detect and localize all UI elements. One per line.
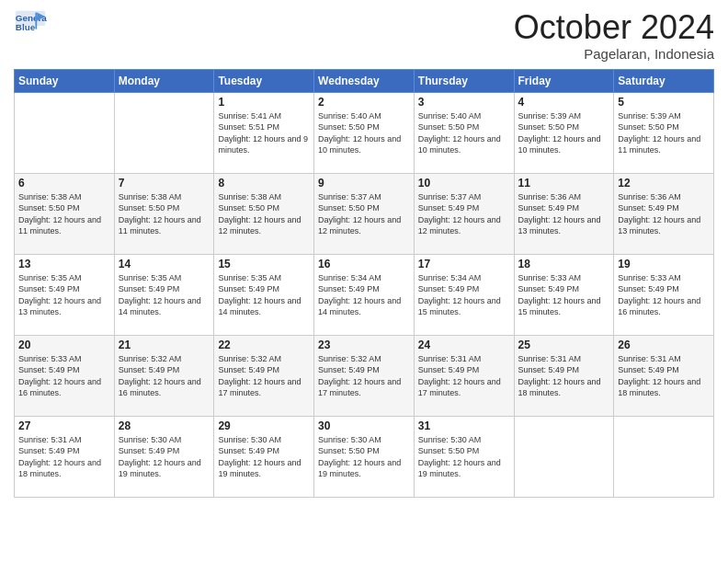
day-number: 22 (218, 339, 310, 351)
svg-text:Blue: Blue (16, 22, 36, 32)
weekday-wednesday: Wednesday (314, 69, 415, 92)
day-number: 4 (518, 96, 610, 109)
calendar: SundayMondayTuesdayWednesdayThursdayFrid… (14, 69, 714, 498)
day-info: Sunrise: 5:32 AMSunset: 5:49 PMDaylight:… (119, 353, 210, 399)
day-cell: 20Sunrise: 5:33 AMSunset: 5:49 PMDayligh… (15, 335, 115, 416)
day-cell: 17Sunrise: 5:34 AMSunset: 5:49 PMDayligh… (414, 254, 514, 335)
day-info: Sunrise: 5:32 AMSunset: 5:49 PMDaylight:… (218, 353, 310, 399)
month-title: October 2024 (514, 9, 714, 46)
day-cell: 7Sunrise: 5:38 AMSunset: 5:50 PMDaylight… (114, 173, 214, 254)
day-info: Sunrise: 5:34 AMSunset: 5:49 PMDaylight:… (418, 272, 510, 318)
day-info: Sunrise: 5:30 AMSunset: 5:49 PMDaylight:… (218, 434, 310, 480)
day-info: Sunrise: 5:33 AMSunset: 5:49 PMDaylight:… (518, 272, 610, 318)
weekday-friday: Friday (514, 69, 614, 92)
header: General Blue October 2024 Pagelaran, Ind… (14, 9, 714, 62)
day-number: 20 (18, 339, 110, 351)
day-number: 24 (418, 339, 510, 351)
day-number: 19 (618, 258, 710, 270)
day-cell: 23Sunrise: 5:32 AMSunset: 5:49 PMDayligh… (314, 335, 415, 416)
weekday-row: SundayMondayTuesdayWednesdayThursdayFrid… (15, 69, 714, 92)
day-cell: 30Sunrise: 5:30 AMSunset: 5:50 PMDayligh… (314, 416, 415, 497)
day-cell (614, 416, 714, 497)
logo: General Blue (14, 9, 47, 42)
day-number: 14 (119, 258, 210, 270)
day-number: 29 (218, 419, 310, 432)
day-cell: 14Sunrise: 5:35 AMSunset: 5:49 PMDayligh… (114, 254, 214, 335)
day-info: Sunrise: 5:31 AMSunset: 5:49 PMDaylight:… (618, 353, 710, 399)
day-info: Sunrise: 5:31 AMSunset: 5:49 PMDaylight:… (18, 434, 110, 480)
day-info: Sunrise: 5:40 AMSunset: 5:50 PMDaylight:… (418, 110, 510, 156)
weekday-sunday: Sunday (15, 69, 115, 92)
day-number: 5 (618, 96, 710, 109)
day-info: Sunrise: 5:41 AMSunset: 5:51 PMDaylight:… (218, 110, 310, 156)
day-cell: 15Sunrise: 5:35 AMSunset: 5:49 PMDayligh… (214, 254, 314, 335)
day-number: 25 (518, 339, 610, 351)
week-row-5: 27Sunrise: 5:31 AMSunset: 5:49 PMDayligh… (15, 416, 714, 497)
day-cell: 18Sunrise: 5:33 AMSunset: 5:49 PMDayligh… (514, 254, 614, 335)
day-cell: 24Sunrise: 5:31 AMSunset: 5:49 PMDayligh… (414, 335, 514, 416)
svg-rect-5 (35, 13, 37, 29)
day-cell: 27Sunrise: 5:31 AMSunset: 5:49 PMDayligh… (15, 416, 115, 497)
day-number: 12 (618, 177, 710, 190)
day-number: 16 (318, 258, 410, 270)
day-cell (514, 416, 614, 497)
day-cell: 2Sunrise: 5:40 AMSunset: 5:50 PMDaylight… (314, 92, 415, 173)
day-info: Sunrise: 5:35 AMSunset: 5:49 PMDaylight:… (18, 272, 110, 318)
day-number: 3 (418, 96, 510, 109)
day-number: 8 (218, 177, 310, 190)
day-info: Sunrise: 5:36 AMSunset: 5:49 PMDaylight:… (518, 191, 610, 237)
day-cell: 13Sunrise: 5:35 AMSunset: 5:49 PMDayligh… (15, 254, 115, 335)
day-cell: 1Sunrise: 5:41 AMSunset: 5:51 PMDaylight… (214, 92, 314, 173)
day-cell: 22Sunrise: 5:32 AMSunset: 5:49 PMDayligh… (214, 335, 314, 416)
day-cell: 6Sunrise: 5:38 AMSunset: 5:50 PMDaylight… (15, 173, 115, 254)
day-cell: 28Sunrise: 5:30 AMSunset: 5:49 PMDayligh… (114, 416, 214, 497)
day-cell: 25Sunrise: 5:31 AMSunset: 5:49 PMDayligh… (514, 335, 614, 416)
day-number: 15 (218, 258, 310, 270)
day-info: Sunrise: 5:38 AMSunset: 5:50 PMDaylight:… (18, 191, 110, 237)
day-number: 28 (119, 419, 210, 432)
day-cell: 26Sunrise: 5:31 AMSunset: 5:49 PMDayligh… (614, 335, 714, 416)
day-info: Sunrise: 5:36 AMSunset: 5:49 PMDaylight:… (618, 191, 710, 237)
day-number: 31 (418, 419, 510, 432)
day-info: Sunrise: 5:37 AMSunset: 5:49 PMDaylight:… (418, 191, 510, 237)
day-cell: 16Sunrise: 5:34 AMSunset: 5:49 PMDayligh… (314, 254, 415, 335)
title-block: October 2024 Pagelaran, Indonesia (514, 9, 714, 62)
day-cell: 21Sunrise: 5:32 AMSunset: 5:49 PMDayligh… (114, 335, 214, 416)
day-info: Sunrise: 5:30 AMSunset: 5:49 PMDaylight:… (119, 434, 210, 480)
day-cell: 4Sunrise: 5:39 AMSunset: 5:50 PMDaylight… (514, 92, 614, 173)
week-row-4: 20Sunrise: 5:33 AMSunset: 5:49 PMDayligh… (15, 335, 714, 416)
day-info: Sunrise: 5:30 AMSunset: 5:50 PMDaylight:… (318, 434, 410, 480)
day-cell: 31Sunrise: 5:30 AMSunset: 5:50 PMDayligh… (414, 416, 514, 497)
day-cell: 10Sunrise: 5:37 AMSunset: 5:49 PMDayligh… (414, 173, 514, 254)
day-cell: 12Sunrise: 5:36 AMSunset: 5:49 PMDayligh… (614, 173, 714, 254)
day-number: 23 (318, 339, 410, 351)
day-number: 9 (318, 177, 410, 190)
weekday-monday: Monday (114, 69, 214, 92)
day-info: Sunrise: 5:32 AMSunset: 5:49 PMDaylight:… (318, 353, 410, 399)
day-number: 11 (518, 177, 610, 190)
day-cell: 29Sunrise: 5:30 AMSunset: 5:49 PMDayligh… (214, 416, 314, 497)
day-info: Sunrise: 5:35 AMSunset: 5:49 PMDaylight:… (119, 272, 210, 318)
calendar-body: 1Sunrise: 5:41 AMSunset: 5:51 PMDaylight… (15, 92, 714, 497)
day-cell (114, 92, 214, 173)
week-row-3: 13Sunrise: 5:35 AMSunset: 5:49 PMDayligh… (15, 254, 714, 335)
day-number: 6 (18, 177, 110, 190)
day-number: 13 (18, 258, 110, 270)
day-number: 17 (418, 258, 510, 270)
day-number: 1 (218, 96, 310, 109)
day-info: Sunrise: 5:37 AMSunset: 5:50 PMDaylight:… (318, 191, 410, 237)
week-row-1: 1Sunrise: 5:41 AMSunset: 5:51 PMDaylight… (15, 92, 714, 173)
day-number: 27 (18, 419, 110, 432)
day-number: 26 (618, 339, 710, 351)
weekday-thursday: Thursday (414, 69, 514, 92)
day-cell: 3Sunrise: 5:40 AMSunset: 5:50 PMDaylight… (414, 92, 514, 173)
day-info: Sunrise: 5:38 AMSunset: 5:50 PMDaylight:… (119, 191, 210, 237)
day-cell: 19Sunrise: 5:33 AMSunset: 5:49 PMDayligh… (614, 254, 714, 335)
day-cell: 11Sunrise: 5:36 AMSunset: 5:49 PMDayligh… (514, 173, 614, 254)
day-info: Sunrise: 5:31 AMSunset: 5:49 PMDaylight:… (518, 353, 610, 399)
day-cell: 9Sunrise: 5:37 AMSunset: 5:50 PMDaylight… (314, 173, 415, 254)
day-info: Sunrise: 5:39 AMSunset: 5:50 PMDaylight:… (618, 110, 710, 156)
day-info: Sunrise: 5:34 AMSunset: 5:49 PMDaylight:… (318, 272, 410, 318)
day-info: Sunrise: 5:40 AMSunset: 5:50 PMDaylight:… (318, 110, 410, 156)
day-cell: 5Sunrise: 5:39 AMSunset: 5:50 PMDaylight… (614, 92, 714, 173)
